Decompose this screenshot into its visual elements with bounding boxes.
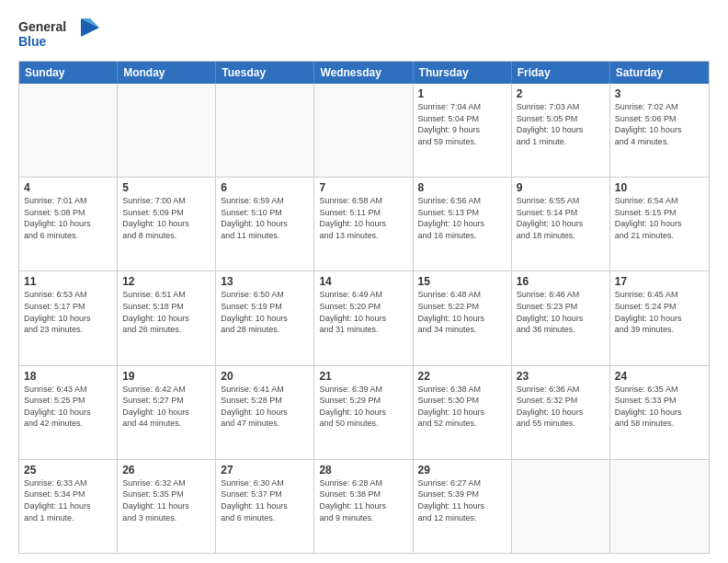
calendar-cell: 12Sunrise: 6:51 AMSunset: 5:18 PMDayligh… — [118, 271, 216, 364]
day-number: 7 — [319, 181, 407, 194]
calendar-cell: 18Sunrise: 6:43 AMSunset: 5:25 PMDayligh… — [19, 366, 118, 459]
day-info: Sunrise: 6:50 AMSunset: 5:19 PMDaylight:… — [221, 289, 309, 335]
day-info: Sunrise: 6:43 AMSunset: 5:25 PMDaylight:… — [24, 384, 112, 430]
calendar-cell: 7Sunrise: 6:58 AMSunset: 5:11 PMDaylight… — [314, 178, 413, 270]
calendar-header-cell: Monday — [118, 62, 216, 84]
day-info: Sunrise: 6:49 AMSunset: 5:20 PMDaylight:… — [319, 289, 407, 335]
day-info: Sunrise: 6:53 AMSunset: 5:17 PMDaylight:… — [24, 289, 112, 335]
calendar-cell: 1Sunrise: 7:04 AMSunset: 5:04 PMDaylight… — [414, 84, 512, 177]
calendar-cell: 14Sunrise: 6:49 AMSunset: 5:20 PMDayligh… — [314, 271, 413, 364]
day-info: Sunrise: 7:03 AMSunset: 5:05 PMDaylight:… — [517, 101, 605, 147]
day-info: Sunrise: 6:58 AMSunset: 5:11 PMDaylight:… — [319, 195, 407, 241]
calendar-row: 11Sunrise: 6:53 AMSunset: 5:17 PMDayligh… — [19, 271, 709, 365]
day-info: Sunrise: 6:38 AMSunset: 5:30 PMDaylight:… — [418, 384, 506, 430]
day-info: Sunrise: 6:35 AMSunset: 5:33 PMDaylight:… — [615, 384, 704, 430]
day-number: 1 — [418, 87, 506, 100]
calendar-cell: 23Sunrise: 6:36 AMSunset: 5:32 PMDayligh… — [512, 366, 610, 459]
calendar-cell: 24Sunrise: 6:35 AMSunset: 5:33 PMDayligh… — [610, 366, 709, 459]
calendar-cell — [610, 460, 709, 553]
day-number: 4 — [24, 181, 112, 194]
calendar-cell: 17Sunrise: 6:45 AMSunset: 5:24 PMDayligh… — [610, 271, 709, 364]
svg-text:General: General — [18, 19, 66, 34]
calendar-cell — [216, 84, 314, 177]
day-number: 14 — [319, 275, 407, 288]
logo: General Blue — [18, 15, 101, 53]
day-info: Sunrise: 6:30 AMSunset: 5:37 PMDaylight:… — [221, 477, 309, 523]
calendar-cell — [19, 84, 118, 177]
day-info: Sunrise: 6:56 AMSunset: 5:13 PMDaylight:… — [418, 195, 506, 241]
day-info: Sunrise: 6:39 AMSunset: 5:29 PMDaylight:… — [319, 384, 407, 430]
day-number: 23 — [517, 370, 605, 383]
calendar-cell: 3Sunrise: 7:02 AMSunset: 5:06 PMDaylight… — [610, 84, 709, 177]
calendar-header-cell: Wednesday — [314, 62, 413, 84]
day-number: 2 — [517, 87, 605, 100]
calendar-cell: 13Sunrise: 6:50 AMSunset: 5:19 PMDayligh… — [216, 271, 314, 364]
day-number: 8 — [418, 181, 506, 194]
logo-svg: General Blue — [18, 15, 101, 53]
day-number: 5 — [122, 181, 210, 194]
day-number: 9 — [517, 181, 605, 194]
calendar-row: 25Sunrise: 6:33 AMSunset: 5:34 PMDayligh… — [19, 460, 709, 553]
day-info: Sunrise: 6:28 AMSunset: 5:38 PMDaylight:… — [319, 477, 407, 523]
calendar-cell: 8Sunrise: 6:56 AMSunset: 5:13 PMDaylight… — [414, 178, 512, 270]
day-number: 19 — [122, 370, 210, 383]
calendar-header: SundayMondayTuesdayWednesdayThursdayFrid… — [19, 62, 709, 84]
calendar-header-cell: Sunday — [19, 62, 118, 84]
day-info: Sunrise: 6:54 AMSunset: 5:15 PMDaylight:… — [615, 195, 704, 241]
calendar-cell: 19Sunrise: 6:42 AMSunset: 5:27 PMDayligh… — [118, 366, 216, 459]
day-info: Sunrise: 7:01 AMSunset: 5:08 PMDaylight:… — [24, 195, 112, 241]
day-number: 17 — [615, 275, 704, 288]
day-info: Sunrise: 7:00 AMSunset: 5:09 PMDaylight:… — [122, 195, 210, 241]
calendar-cell: 15Sunrise: 6:48 AMSunset: 5:22 PMDayligh… — [414, 271, 512, 364]
day-number: 26 — [122, 464, 210, 477]
day-info: Sunrise: 6:48 AMSunset: 5:22 PMDaylight:… — [418, 289, 506, 335]
calendar-row: 1Sunrise: 7:04 AMSunset: 5:04 PMDaylight… — [19, 84, 709, 178]
calendar-header-cell: Saturday — [610, 62, 709, 84]
day-number: 15 — [418, 275, 506, 288]
calendar-cell: 21Sunrise: 6:39 AMSunset: 5:29 PMDayligh… — [314, 366, 413, 459]
calendar-cell: 2Sunrise: 7:03 AMSunset: 5:05 PMDaylight… — [512, 84, 610, 177]
calendar-header-cell: Tuesday — [216, 62, 314, 84]
day-number: 22 — [418, 370, 506, 383]
day-number: 16 — [517, 275, 605, 288]
svg-text:Blue: Blue — [18, 34, 47, 49]
calendar-cell: 27Sunrise: 6:30 AMSunset: 5:37 PMDayligh… — [216, 460, 314, 553]
calendar-row: 4Sunrise: 7:01 AMSunset: 5:08 PMDaylight… — [19, 178, 709, 271]
day-number: 29 — [418, 464, 506, 477]
calendar-cell: 11Sunrise: 6:53 AMSunset: 5:17 PMDayligh… — [19, 271, 118, 364]
day-number: 6 — [221, 181, 309, 194]
day-number: 25 — [24, 464, 112, 477]
day-info: Sunrise: 6:45 AMSunset: 5:24 PMDaylight:… — [615, 289, 704, 335]
day-info: Sunrise: 7:02 AMSunset: 5:06 PMDaylight:… — [615, 101, 704, 147]
day-info: Sunrise: 6:55 AMSunset: 5:14 PMDaylight:… — [517, 195, 605, 241]
calendar-cell: 25Sunrise: 6:33 AMSunset: 5:34 PMDayligh… — [19, 460, 118, 553]
day-number: 11 — [24, 275, 112, 288]
calendar-cell: 22Sunrise: 6:38 AMSunset: 5:30 PMDayligh… — [414, 366, 512, 459]
calendar-cell — [512, 460, 610, 553]
calendar-body: 1Sunrise: 7:04 AMSunset: 5:04 PMDaylight… — [19, 84, 709, 553]
calendar-cell: 6Sunrise: 6:59 AMSunset: 5:10 PMDaylight… — [216, 178, 314, 270]
day-number: 27 — [221, 464, 309, 477]
calendar-cell: 28Sunrise: 6:28 AMSunset: 5:38 PMDayligh… — [314, 460, 413, 553]
day-info: Sunrise: 6:32 AMSunset: 5:35 PMDaylight:… — [122, 477, 210, 523]
calendar-cell: 9Sunrise: 6:55 AMSunset: 5:14 PMDaylight… — [512, 178, 610, 270]
day-info: Sunrise: 6:27 AMSunset: 5:39 PMDaylight:… — [418, 477, 506, 523]
day-number: 20 — [221, 370, 309, 383]
day-number: 3 — [615, 87, 704, 100]
calendar-cell: 10Sunrise: 6:54 AMSunset: 5:15 PMDayligh… — [610, 178, 709, 270]
day-info: Sunrise: 6:42 AMSunset: 5:27 PMDaylight:… — [122, 384, 210, 430]
calendar-cell: 20Sunrise: 6:41 AMSunset: 5:28 PMDayligh… — [216, 366, 314, 459]
day-number: 10 — [615, 181, 704, 194]
calendar-header-cell: Thursday — [414, 62, 512, 84]
day-info: Sunrise: 6:59 AMSunset: 5:10 PMDaylight:… — [221, 195, 309, 241]
calendar: SundayMondayTuesdayWednesdayThursdayFrid… — [18, 61, 710, 554]
calendar-cell: 4Sunrise: 7:01 AMSunset: 5:08 PMDaylight… — [19, 178, 118, 270]
calendar-cell — [118, 84, 216, 177]
day-info: Sunrise: 7:04 AMSunset: 5:04 PMDaylight:… — [418, 101, 506, 147]
day-number: 18 — [24, 370, 112, 383]
day-number: 24 — [615, 370, 704, 383]
calendar-cell: 26Sunrise: 6:32 AMSunset: 5:35 PMDayligh… — [118, 460, 216, 553]
page-header: General Blue — [18, 15, 710, 53]
day-info: Sunrise: 6:41 AMSunset: 5:28 PMDaylight:… — [221, 384, 309, 430]
day-number: 28 — [319, 464, 407, 477]
